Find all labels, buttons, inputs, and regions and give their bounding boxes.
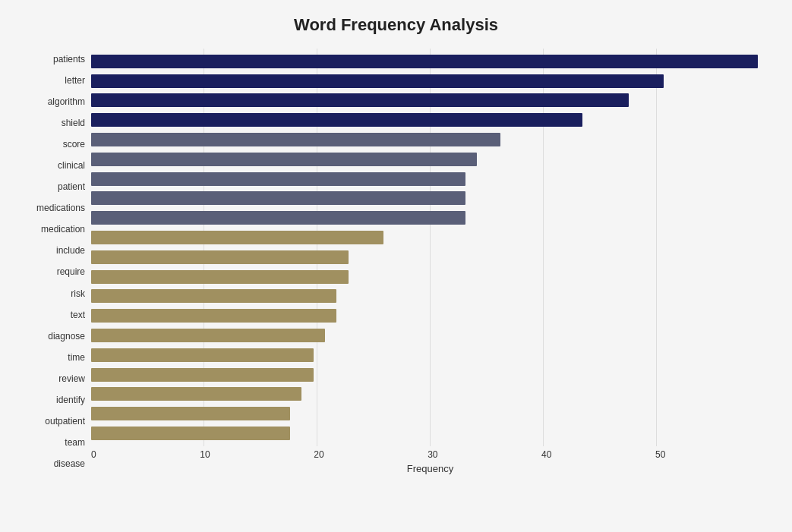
y-label: risk (71, 289, 85, 298)
y-label: review (58, 374, 85, 383)
bar-row (91, 209, 769, 226)
y-label: outpatient (45, 417, 85, 426)
y-label: patients (53, 55, 85, 64)
x-tick-label: 10 (200, 449, 210, 460)
bar (91, 289, 336, 303)
y-label: text (71, 310, 85, 320)
bar (91, 55, 758, 68)
y-label: score (63, 140, 85, 149)
bars-area (91, 49, 769, 446)
bar (91, 309, 336, 323)
y-label: medication (41, 225, 85, 234)
bar-row (91, 307, 769, 324)
y-label: letter (65, 76, 85, 85)
chart-title: Word Frequency Analysis (23, 15, 769, 35)
y-label: team (65, 438, 85, 447)
chart-container: Word Frequency Analysis patientsletteral… (0, 0, 792, 532)
bar (91, 427, 290, 440)
x-ticks: 01020304050 (91, 449, 769, 460)
bar-row (91, 92, 769, 109)
y-label: disease (54, 459, 85, 468)
bar-row (91, 112, 769, 128)
bar-row (91, 405, 769, 422)
y-label: time (68, 353, 85, 362)
bar-row (91, 367, 769, 383)
bar-row (91, 347, 769, 364)
chart-area: patientsletteralgorithmshieldscoreclinic… (23, 49, 769, 474)
y-label: require (57, 267, 85, 276)
bar-row (91, 327, 769, 344)
x-tick-label: 20 (314, 449, 323, 460)
bar (91, 153, 477, 166)
bar (91, 133, 500, 146)
bar (91, 329, 325, 342)
bar-row (91, 288, 769, 304)
bar-row (91, 249, 769, 266)
bar-row (91, 229, 769, 246)
bar (91, 93, 629, 107)
bar (91, 250, 349, 264)
y-label: shield (62, 118, 85, 127)
x-tick-label: 30 (428, 449, 437, 460)
bar-row (91, 386, 769, 402)
bar (91, 270, 349, 284)
y-label: clinical (58, 161, 85, 170)
x-tick-label: 0 (91, 449, 96, 460)
bars-rows (91, 49, 769, 446)
bar-row (91, 73, 769, 90)
bar (91, 407, 290, 420)
x-axis: 01020304050 Frequency (91, 449, 769, 474)
bar-row (91, 190, 769, 206)
y-label: algorithm (48, 97, 85, 106)
y-label: diagnose (48, 332, 85, 341)
bar (91, 191, 465, 205)
x-tick-label: 40 (541, 449, 551, 460)
bar-row (91, 131, 769, 148)
bar-row (91, 151, 769, 168)
x-tick-label: 50 (655, 449, 665, 460)
bar-row (91, 53, 769, 70)
x-axis-label: Frequency (91, 463, 769, 474)
bar-row (91, 269, 769, 285)
bar-row (91, 425, 769, 442)
bar (91, 172, 465, 186)
bar (91, 211, 465, 225)
bar-row (91, 171, 769, 187)
y-label: include (56, 246, 85, 255)
bar (91, 387, 301, 401)
y-label: medications (36, 203, 85, 212)
y-label: patient (58, 182, 85, 191)
bar (91, 368, 314, 382)
bar (91, 113, 582, 127)
bars-and-x: 01020304050 Frequency (91, 49, 769, 474)
bar (91, 74, 664, 88)
bar (91, 231, 383, 244)
bar (91, 348, 314, 362)
y-labels: patientsletteralgorithmshieldscoreclinic… (23, 49, 91, 474)
y-label: identify (56, 395, 85, 405)
